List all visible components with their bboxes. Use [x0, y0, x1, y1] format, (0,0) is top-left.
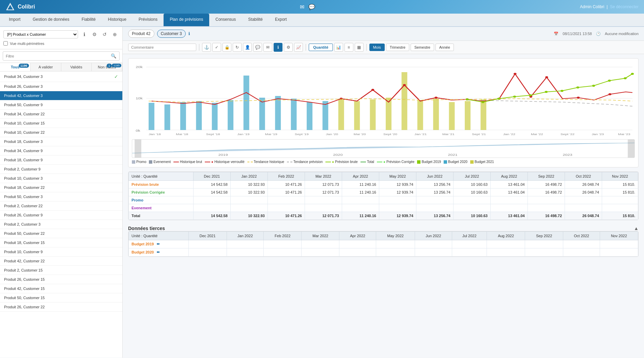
cell[interactable] [600, 240, 638, 248]
cell[interactable]: 10 471.26 [267, 181, 305, 189]
cell[interactable]: 11 240.16 [342, 212, 379, 220]
cell[interactable]: 11 240.16 [342, 181, 379, 189]
cell[interactable] [305, 196, 342, 204]
cell[interactable] [379, 196, 416, 204]
cell[interactable]: 14 542.58 [193, 212, 230, 220]
grid-btn[interactable]: ▦ [355, 43, 364, 52]
list-item-active[interactable]: Produit 42, Customer 3 [0, 91, 122, 100]
list-item[interactable]: Produit 18, Customer 9 [0, 156, 122, 165]
time-trimestre[interactable]: Trimestre [386, 44, 409, 51]
cell[interactable]: 26 048.74 [565, 181, 602, 189]
cell[interactable]: 15 810. [602, 189, 638, 196]
mail-btn[interactable]: ✉ [263, 43, 272, 52]
cell[interactable]: 13 461.04 [490, 189, 527, 196]
cell[interactable]: 10 160.63 [453, 212, 490, 220]
cell[interactable] [453, 204, 490, 212]
edit-budget2019-icon[interactable]: ✏ [157, 242, 160, 246]
search-button[interactable]: 🔍 [108, 52, 119, 60]
cell[interactable]: 10 322.93 [230, 189, 267, 196]
list-item[interactable]: Produit 10, Customer 9 [0, 247, 122, 257]
cell[interactable]: 10 471.26 [267, 189, 305, 196]
nav-fiabilite[interactable]: Fiabilité [75, 14, 102, 26]
cell[interactable] [193, 204, 230, 212]
add-btn[interactable]: ⊕ [111, 30, 119, 38]
list-item[interactable]: Produit 50, Customer 9 [0, 100, 122, 110]
cell[interactable]: 12 071.73 [305, 212, 342, 220]
bar-chart-btn[interactable]: 📊 [334, 43, 343, 52]
cell[interactable]: 12 071.73 [305, 181, 342, 189]
cell[interactable]: 26 048.74 [565, 189, 602, 196]
cell[interactable] [452, 248, 487, 257]
refresh-btn[interactable]: ↺ [101, 30, 109, 38]
cell[interactable] [305, 204, 342, 212]
cell[interactable] [230, 204, 267, 212]
cell[interactable] [453, 196, 490, 204]
cell[interactable]: 10 322.93 [230, 212, 267, 220]
cell[interactable] [600, 248, 638, 257]
nav-plan[interactable]: Plan de prévisions [164, 14, 209, 26]
list-item[interactable]: Produit 10, Customer 15 [0, 119, 122, 128]
time-annee[interactable]: Année [435, 44, 454, 51]
cell[interactable] [302, 248, 339, 257]
list-item[interactable]: Produit 26, Customer 3 [0, 82, 122, 91]
list-item[interactable]: Produit 18, Customer 22 [0, 183, 122, 192]
tab-tous[interactable]: Tous 1196 [0, 63, 31, 71]
cell[interactable]: 12 939.74 [379, 212, 416, 220]
list-item[interactable]: Produit 42, Customer 22 [0, 257, 122, 266]
cell[interactable] [563, 248, 600, 257]
info-active-btn[interactable]: ℹ [274, 43, 282, 52]
list-item[interactable]: Produit 10, Customer 22 [0, 128, 122, 137]
list-item[interactable]: Produit 26, Customer 9 [0, 211, 122, 220]
mail-icon[interactable]: ✉ [300, 4, 304, 10]
cell[interactable] [379, 204, 416, 212]
tab-a-valider[interactable]: A valider [31, 63, 61, 71]
cell[interactable] [342, 196, 379, 204]
list-item[interactable]: Produit 34, Customer 9 [0, 146, 122, 156]
cell[interactable] [264, 240, 302, 248]
cell[interactable] [602, 196, 638, 204]
list-item[interactable]: Produit 18, Customer 15 [0, 238, 122, 247]
user-btn[interactable]: 👤 [243, 43, 252, 52]
nav-previsions[interactable]: Prévisions [133, 14, 164, 26]
cell[interactable] [227, 248, 264, 257]
cell[interactable]: 12 939.74 [379, 181, 416, 189]
cell[interactable]: 13 461.04 [490, 212, 527, 220]
cell[interactable] [415, 248, 452, 257]
cell[interactable] [264, 248, 302, 257]
edit-budget2020-icon[interactable]: ✏ [157, 250, 160, 254]
cell[interactable]: 26 048.74 [565, 212, 602, 220]
list-item[interactable]: Produit 2, Customer 22 [0, 201, 122, 211]
cell[interactable] [602, 204, 638, 212]
time-mois[interactable]: Mois [369, 44, 385, 51]
cell[interactable]: 14 542.58 [193, 181, 230, 189]
cell[interactable]: 12 939.74 [379, 189, 416, 196]
cell[interactable] [342, 204, 379, 212]
cell[interactable]: 12 071.73 [305, 189, 342, 196]
cell[interactable] [339, 240, 376, 248]
cell[interactable]: 10 471.26 [267, 212, 305, 220]
cell[interactable] [188, 240, 227, 248]
cell[interactable]: 13 256.74 [416, 181, 453, 189]
perimeter-select[interactable]: [P] Product x Customer [3, 30, 78, 38]
cell[interactable] [525, 248, 563, 257]
qty-button[interactable]: Quantité [309, 44, 333, 51]
cell[interactable] [487, 248, 525, 257]
cell[interactable] [416, 196, 453, 204]
list-item[interactable]: Produit 2, Customer 3 [0, 220, 122, 229]
tag-info-icon[interactable]: ℹ [188, 31, 190, 36]
chat-icon[interactable]: 💬 [308, 4, 315, 10]
settings2-btn[interactable]: ⚙ [284, 43, 293, 52]
cell[interactable]: 13 461.04 [490, 181, 527, 189]
list-item[interactable]: Produit 2, Customer 15 [0, 266, 122, 275]
time-semestre[interactable]: Semestre [411, 44, 434, 51]
cell[interactable] [230, 196, 267, 204]
cell[interactable] [193, 196, 230, 204]
list-item[interactable]: Produit 50, Customer 3 [0, 192, 122, 201]
list-item[interactable]: Produit 18, Customer 3 [0, 137, 122, 146]
cell[interactable] [563, 240, 600, 248]
cell[interactable] [565, 204, 602, 212]
cell[interactable]: 11 240.16 [342, 189, 379, 196]
cell[interactable]: 16 498.72 [527, 181, 565, 189]
cell[interactable] [565, 196, 602, 204]
chart-line-btn[interactable]: 📈 [294, 43, 303, 52]
